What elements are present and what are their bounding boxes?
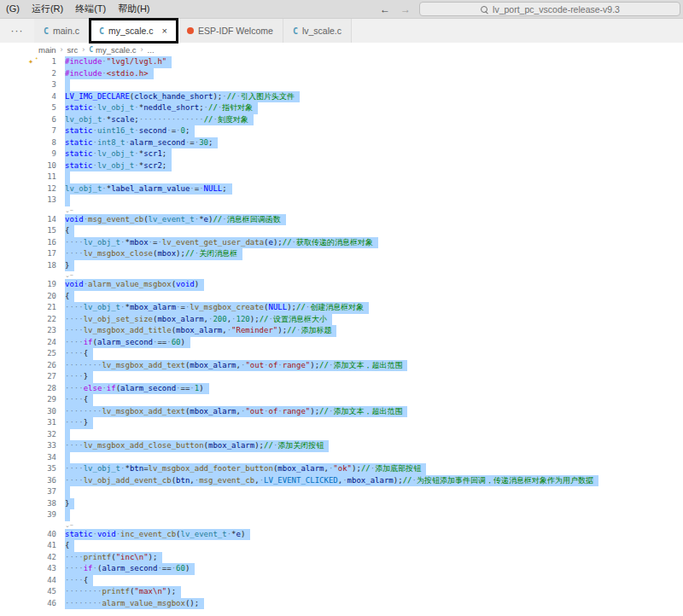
code-line[interactable]: 20{ (0, 291, 683, 303)
code-line[interactable]: 8static·int8_t·alarm_second·=·30; (0, 137, 683, 149)
line-number[interactable]: 34 (0, 452, 65, 464)
code-line[interactable]: 27····} (0, 371, 683, 383)
code-line[interactable]: 1#include·"lvgl/lvgl.h" (0, 56, 683, 68)
code-line[interactable]: 30········lv_msgbox_add_text(mbox_alarm,… (0, 406, 683, 418)
code-line[interactable]: 24····if(alarm_second·==·60) (0, 337, 683, 349)
line-number[interactable]: 17 (0, 248, 65, 260)
line-number[interactable]: 8 (0, 137, 65, 149)
line-number[interactable]: 2 (0, 68, 65, 80)
code-line[interactable]: 7static·uint16_t·second·=·0; (0, 125, 683, 137)
code-line[interactable]: 4LV_IMG_DECLARE(clock_hande_short);·//·引… (0, 91, 683, 103)
line-number[interactable]: 15 (0, 225, 65, 237)
line-number[interactable]: 4 (0, 91, 65, 103)
code-line[interactable]: 14void·msg_event_cb(lv_event_t·*e)//·消息框… (0, 214, 683, 226)
code-line[interactable]: 42····printf("inc\n"); (0, 552, 683, 564)
breadcrumb-item[interactable]: ... (148, 45, 155, 55)
code-line[interactable]: 45········printf("max\n"); (0, 586, 683, 598)
line-number[interactable]: 45 (0, 586, 65, 598)
codelens-marker[interactable]: ⌄~ (65, 206, 73, 214)
nav-forward-icon[interactable]: → (400, 3, 411, 15)
line-number[interactable]: 10 (0, 160, 65, 172)
code-line[interactable]: 31····} (0, 417, 683, 429)
line-number[interactable]: 37 (0, 486, 65, 498)
menu-item[interactable]: (G) (0, 0, 26, 18)
line-number[interactable]: 42 (0, 552, 65, 564)
editor[interactable]: ✦ ✦ 1#include·"lvgl/lvgl.h"2#include·<st… (0, 56, 683, 616)
code-line[interactable]: 16····lv_obj_t·*mbox·=·lv_event_get_user… (0, 237, 683, 249)
line-number[interactable]: 28 (0, 383, 65, 395)
code-line[interactable]: 15{ (0, 225, 683, 237)
line-number[interactable]: 21 (0, 302, 65, 314)
breadcrumb-item[interactable]: main (38, 45, 56, 55)
code-line[interactable]: 26········lv_msgbox_add_text(mbox_alarm,… (0, 360, 683, 372)
menu-item[interactable]: 帮助(H) (112, 0, 155, 18)
code-line[interactable]: 19void·alarm_value_msgbox(void) (0, 279, 683, 291)
line-number[interactable]: 35 (0, 463, 65, 475)
code-line[interactable]: 28····else·if(alarm_second·==·1) (0, 383, 683, 395)
tab-esp-idf-welcome[interactable]: ESP-IDF Welcome (178, 19, 283, 43)
codelens-marker[interactable]: ⌄~ (65, 271, 73, 279)
line-number[interactable]: 12 (0, 183, 65, 195)
code-line[interactable]: 32 (0, 429, 683, 441)
code-line[interactable]: 10static·lv_obj_t·*scr2; (0, 160, 683, 172)
line-number[interactable]: 43 (0, 563, 65, 575)
code-line[interactable]: 41{ (0, 540, 683, 552)
code-line[interactable]: 44····{ (0, 575, 683, 587)
line-number[interactable]: 26 (0, 360, 65, 372)
line-number[interactable]: 7 (0, 125, 65, 137)
code-line[interactable]: 29····{ (0, 394, 683, 406)
line-number[interactable]: 41 (0, 540, 65, 552)
line-number[interactable]: 6 (0, 114, 65, 126)
menu-item[interactable]: 运行(R) (26, 0, 69, 18)
code-line[interactable]: 21····lv_obj_t·*mbox_alarm·=·lv_msgbox_c… (0, 302, 683, 314)
code-line[interactable]: 23····lv_msgbox_add_title(mbox_alarm,·"R… (0, 325, 683, 337)
code-line[interactable]: 11 (0, 171, 683, 183)
menu-item[interactable]: 终端(T) (69, 0, 112, 18)
code-line[interactable]: 5static·lv_obj_t·*neddle_short;·//·指针对象 (0, 102, 683, 114)
code-line[interactable]: 43····if·(alarm_second·==·60) (0, 563, 683, 575)
line-number[interactable]: 20 (0, 291, 65, 303)
code-line[interactable]: 3 (0, 79, 683, 91)
code-line[interactable]: 18} (0, 260, 683, 272)
line-number[interactable]: 31 (0, 417, 65, 429)
tab-my-scale-c[interactable]: Cmy_scale.c× (90, 19, 178, 43)
code-line[interactable]: 39 (0, 509, 683, 521)
line-number[interactable]: 13 (0, 195, 65, 206)
line-number[interactable]: 9 (0, 148, 65, 160)
line-number[interactable]: 32 (0, 429, 65, 441)
nav-back-icon[interactable]: ← (380, 3, 390, 15)
line-number[interactable]: 39 (0, 509, 65, 521)
line-number[interactable]: 16 (0, 237, 65, 249)
code-line[interactable]: 46········alarm_value_msgbox(); (0, 598, 683, 610)
code-line[interactable]: 25····{ (0, 348, 683, 360)
breadcrumb-item[interactable]: src (67, 45, 79, 55)
code-line[interactable]: 6lv_obj_t·*scale;··············//·刻度对象 (0, 114, 683, 126)
line-number[interactable]: 23 (0, 325, 65, 337)
line-number[interactable]: 44 (0, 575, 65, 587)
line-number[interactable]: 14 (0, 214, 65, 226)
code-line[interactable]: 33····lv_msgbox_add_close_button(mbox_al… (0, 440, 683, 452)
code-line[interactable]: 40static·void·inc_event_cb(lv_event_t·*e… (0, 529, 683, 541)
code-line[interactable]: 12lv_obj_t·*label_alarm_value·=·NULL; (0, 183, 683, 195)
code-line[interactable]: 38} (0, 498, 683, 510)
line-number[interactable]: 5 (0, 102, 65, 114)
line-number[interactable]: 46 (0, 598, 65, 610)
breadcrumb-item[interactable]: Cmy_scale.c (89, 45, 136, 55)
line-number[interactable]: 25 (0, 348, 65, 360)
codelens-marker[interactable]: ⌄~ (65, 521, 73, 529)
code-line[interactable]: 35····lv_obj_t·*btn=lv_msgbox_add_footer… (0, 463, 683, 475)
code-line[interactable]: 17····lv_msgbox_close(mbox);//·关闭消息框 (0, 248, 683, 260)
line-number[interactable]: 19 (0, 279, 65, 291)
copilot-sparkle-icon[interactable]: ✦ ✦ (28, 56, 40, 68)
code-line[interactable]: 13 (0, 195, 683, 206)
more-actions-button[interactable]: ··· (0, 19, 34, 43)
code-line[interactable]: 37 (0, 486, 683, 498)
line-number[interactable]: 38 (0, 498, 65, 510)
code-line[interactable]: 2#include·<stdio.h> (0, 68, 683, 80)
command-center-search[interactable]: lv_port_pc_vscode-release-v9.3 (419, 2, 680, 16)
tab-lv-scale-c[interactable]: Clv_scale.c (283, 19, 352, 43)
code-line[interactable]: 36····lv_obj_add_event_cb(btn,·msg_event… (0, 475, 683, 487)
tab-main-c[interactable]: Cmain.c (34, 19, 90, 43)
line-number[interactable]: 27 (0, 371, 65, 383)
line-number[interactable]: 18 (0, 260, 65, 272)
